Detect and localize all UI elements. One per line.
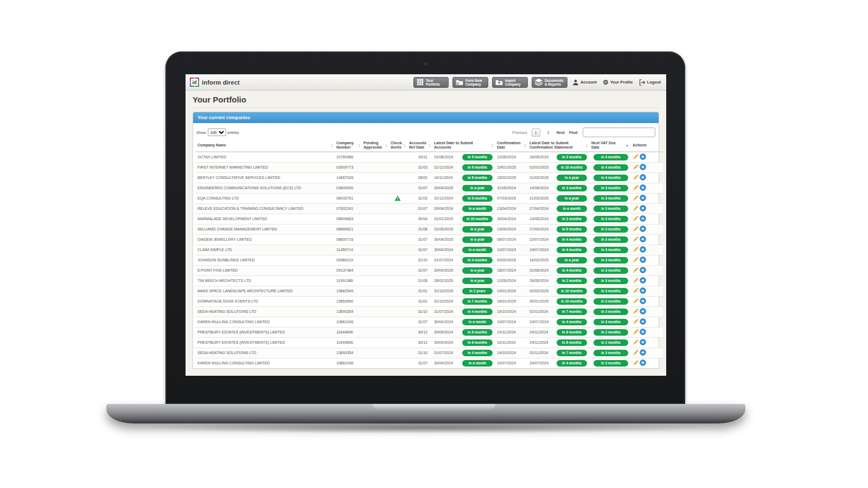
edit-company-button[interactable]	[633, 298, 639, 305]
column-header-company-name[interactable]: Company Name▲▼	[195, 140, 334, 152]
accounts-due-badge[interactable]: in a year	[462, 236, 493, 243]
confirmation-due-badge[interactable]: in 10 months	[557, 164, 587, 171]
confirmation-due-badge[interactable]: in a month	[557, 206, 587, 212]
accounts-due-badge[interactable]: in a month	[462, 319, 493, 325]
confirmation-due-badge[interactable]: in 4 months	[557, 236, 587, 243]
confirmation-due-badge[interactable]: in 7 months	[557, 309, 587, 315]
confirmation-due-badge[interactable]: in 8 months	[557, 339, 587, 346]
accounts-due-badge[interactable]: in a year	[462, 226, 493, 233]
column-header-check-alerts[interactable]: Check Alerts▲▼	[388, 140, 407, 152]
edit-company-button[interactable]	[633, 185, 639, 191]
vat-due-badge[interactable]: in 3 months	[593, 267, 628, 274]
accounts-due-badge[interactable]: in 9 months	[462, 164, 493, 171]
column-header-latest-date-to-submit-accounts[interactable]: Latest Date to Submit Accounts▲▼	[432, 140, 495, 152]
edit-company-button[interactable]	[633, 267, 639, 274]
vat-due-badge[interactable]: in 2 months	[593, 329, 628, 336]
open-company-button[interactable]	[640, 267, 646, 274]
confirmation-due-badge[interactable]: in 2 months	[557, 154, 587, 160]
vat-due-badge[interactable]: in 3 months	[593, 216, 628, 222]
open-company-button[interactable]	[640, 298, 646, 305]
vat-due-badge[interactable]: in 4 months	[593, 154, 628, 160]
open-company-button[interactable]	[640, 359, 646, 367]
accounts-due-badge[interactable]: in a year	[462, 185, 493, 191]
open-company-button[interactable]	[640, 184, 646, 191]
accounts-due-badge[interactable]: in 5 months	[462, 154, 493, 160]
open-company-button[interactable]	[640, 164, 646, 171]
open-company-button[interactable]	[640, 318, 646, 325]
edit-company-button[interactable]	[633, 257, 639, 264]
edit-company-button[interactable]	[633, 278, 639, 284]
column-header-pending-approvals[interactable]: Pending Approvals▲▼	[361, 140, 388, 152]
vat-due-badge[interactable]: in 3 months	[593, 278, 628, 284]
vat-due-badge[interactable]: in 3 months	[593, 257, 628, 264]
open-company-button[interactable]	[640, 287, 646, 294]
confirmation-due-badge[interactable]: in 3 months	[557, 185, 587, 191]
vat-due-badge[interactable]: in 3 months	[593, 319, 628, 325]
page-1-button[interactable]: 1	[532, 129, 540, 137]
vat-due-badge[interactable]: in 3 months	[593, 247, 628, 253]
accounts-due-badge[interactable]: in a year	[462, 278, 493, 284]
accounts-due-badge[interactable]: in a year	[462, 267, 493, 274]
confirmation-due-badge[interactable]: in 4 months	[557, 267, 587, 274]
edit-company-button[interactable]	[633, 164, 639, 171]
edit-company-button[interactable]	[633, 360, 639, 367]
vat-due-badge[interactable]: in 4 months	[593, 164, 628, 171]
accounts-due-badge[interactable]: in 10 months	[462, 216, 493, 222]
vat-due-badge[interactable]: in 3 months	[593, 195, 628, 202]
open-company-button[interactable]	[640, 195, 646, 202]
edit-company-button[interactable]	[633, 288, 639, 294]
confirmation-due-badge[interactable]: in 2 months	[557, 216, 587, 222]
column-header-latest-date-to-submit-confirmation-statement[interactable]: Latest Date to Submit Confirmation State…	[527, 140, 589, 152]
open-company-button[interactable]	[640, 205, 646, 212]
confirmation-due-badge[interactable]: in 4 months	[557, 247, 587, 253]
confirmation-due-badge[interactable]: in a year	[557, 257, 587, 264]
vat-due-badge[interactable]: in 3 months	[593, 309, 628, 315]
confirmation-due-badge[interactable]: in 4 months	[557, 319, 587, 325]
vat-due-badge[interactable]: in 3 months	[593, 288, 628, 294]
accounts-due-badge[interactable]: in 6 months	[462, 329, 493, 336]
edit-company-button[interactable]	[633, 339, 639, 346]
vat-due-badge[interactable]: in 3 months	[593, 226, 628, 233]
form-new-company-button[interactable]: Form New Company	[452, 77, 488, 88]
accounts-due-badge[interactable]: in 7 months	[462, 298, 493, 305]
previous-button[interactable]: Previous	[512, 131, 527, 134]
edit-company-button[interactable]	[633, 350, 639, 356]
vat-due-badge[interactable]: in 3 months	[593, 236, 628, 243]
edit-company-button[interactable]	[633, 319, 639, 325]
edit-company-button[interactable]	[633, 329, 639, 336]
confirmation-due-badge[interactable]: in 10 months	[557, 298, 587, 305]
confirmation-due-badge[interactable]: in 7 months	[557, 350, 587, 356]
column-header-next-vat-due-date[interactable]: Next VAT Due Date▼	[589, 140, 630, 152]
confirmation-due-badge[interactable]: in 8 months	[557, 329, 587, 336]
edit-company-button[interactable]	[633, 309, 639, 315]
confirmation-due-badge[interactable]: in 10 months	[557, 288, 587, 294]
edit-company-button[interactable]	[633, 226, 639, 233]
confirmation-due-badge[interactable]: in a year	[557, 195, 587, 202]
vat-due-badge[interactable]: in 3 months	[593, 298, 628, 305]
edit-company-button[interactable]	[633, 247, 639, 253]
confirmation-due-badge[interactable]: in 2 months	[557, 278, 587, 284]
accounts-due-badge[interactable]: in 9 months	[462, 195, 493, 202]
import-company-button[interactable]: Import Company	[492, 77, 528, 88]
edit-company-button[interactable]	[633, 206, 639, 212]
brand[interactable]: id inform direct	[190, 78, 240, 87]
vat-due-badge[interactable]: in 3 months	[593, 206, 628, 212]
column-header-accounts-ref-date[interactable]: Accounts Ref Date▲▼	[407, 140, 432, 152]
accounts-due-badge[interactable]: in 2 years	[462, 288, 493, 294]
open-company-button[interactable]	[640, 174, 646, 181]
page-2-button[interactable]: 2	[545, 129, 552, 136]
open-company-button[interactable]	[640, 226, 646, 233]
open-company-button[interactable]	[640, 329, 646, 336]
your-portfolio-button[interactable]: Your Portfolio	[413, 77, 449, 88]
accounts-due-badge[interactable]: in 4 months	[462, 309, 493, 315]
vat-due-badge[interactable]: in 4 months	[593, 175, 628, 181]
accounts-due-badge[interactable]: in 4 months	[462, 350, 493, 356]
open-company-button[interactable]	[640, 339, 646, 346]
vat-due-badge[interactable]: in 2 months	[593, 339, 628, 346]
open-company-button[interactable]	[640, 246, 646, 253]
confirmation-due-badge[interactable]: in a year	[557, 175, 587, 181]
accounts-due-badge[interactable]: in a month	[462, 247, 493, 253]
accounts-due-badge[interactable]: in a month	[462, 360, 493, 367]
documents-reports-button[interactable]: Documents & Reports	[532, 77, 567, 88]
column-header-company-number[interactable]: Company Number▲▼	[334, 140, 361, 152]
